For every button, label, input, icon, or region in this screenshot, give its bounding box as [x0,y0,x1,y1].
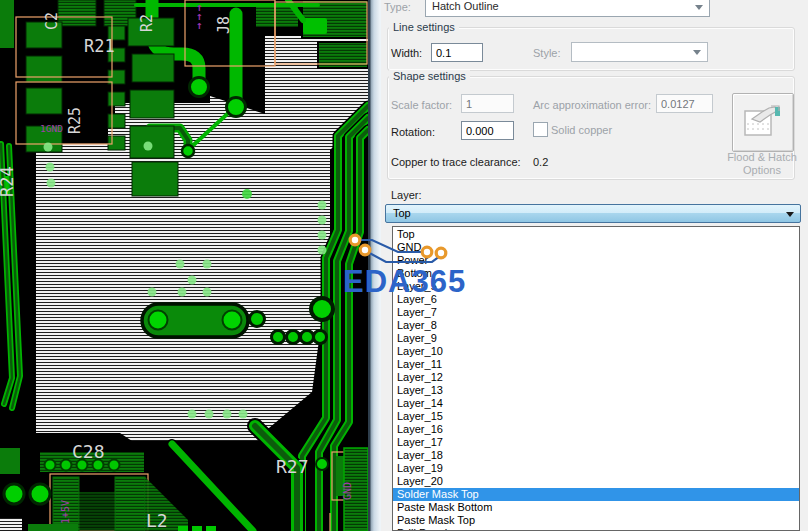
panel-edge-divider[interactable] [368,0,381,531]
style-label: Style: [533,47,561,59]
layer-option[interactable]: Drill Drawing [393,527,799,531]
layer-option[interactable]: Layer_20 [393,475,799,488]
layer-option[interactable]: Layer_17 [393,436,799,449]
layer-option[interactable]: Layer_10 [393,345,799,358]
solid-copper-checkbox[interactable] [533,122,548,137]
chevron-down-icon [693,50,701,55]
width-label: Width: [391,47,422,59]
scale-factor-label: Scale factor: [391,99,452,111]
layer-option[interactable]: Layer_7 [393,306,799,319]
layer-option[interactable]: Layer_19 [393,462,799,475]
via-row [272,331,327,344]
layer-combobox-value: Top [393,207,411,219]
arrow-icon: ↑ [196,19,203,32]
shape-settings-title: Shape settings [389,70,470,82]
label-j8: J8 [215,16,233,34]
layer-option[interactable]: Layer_13 [393,384,799,397]
layer-option[interactable]: Layer_15 [393,410,799,423]
layer-option[interactable]: Top [393,228,799,241]
line-settings-title: Line settings [389,21,459,33]
flood-hatch-button-label: Flood & Hatch Options [707,151,808,177]
label-r21: R21 [84,36,115,56]
chevron-down-icon [786,212,794,217]
width-input[interactable] [431,43,483,62]
rotation-label: Rotation: [391,126,435,138]
layer-option[interactable]: Layer_12 [393,371,799,384]
label-r27: R27 [276,456,309,477]
layer-option[interactable]: Layer_18 [393,449,799,462]
layer-label: Layer: [391,189,422,201]
layer-option[interactable]: Paste Mask Top [393,514,799,527]
clearance-value: 0.2 [533,156,548,168]
arc-error-label: Arc approximation error: [533,99,651,111]
layer-option[interactable]: Solder Mask Top [393,488,799,501]
pcb-canvas[interactable]: R21 R25 R24 C2 R2 J8 C28 L2 R27 8 1GND 1… [0,0,381,531]
properties-panel: Type: Hatch Outline Line settings Width:… [381,0,808,531]
label-plus5v: 1+5V [60,500,71,524]
app-window: R21 R25 R24 C2 R2 J8 C28 L2 R27 8 1GND 1… [0,0,808,531]
layer-option[interactable]: Layer_11 [393,358,799,371]
label-r2: R2 [138,14,156,32]
pin1-arrow-icons: ↑ ↑ ↑ [196,1,203,32]
layer-option[interactable]: Bottom [393,267,799,280]
layer-list: TopGNDPowerBottomLayer_5Layer_6Layer_7La… [392,226,800,531]
layer-option[interactable]: Layer_14 [393,397,799,410]
layer-option[interactable]: Layer_5 [393,280,799,293]
arc-error-input [656,94,713,113]
layer-option[interactable]: Layer_16 [393,423,799,436]
layer-option[interactable]: GND [393,241,799,254]
type-combobox-value: Hatch Outline [432,0,499,12]
flood-hatch-options-button[interactable] [732,93,794,152]
style-combobox[interactable] [571,42,708,62]
layer-combobox[interactable]: Top [385,204,801,223]
rotation-input[interactable] [461,121,514,140]
layer-option[interactable]: Layer_9 [393,332,799,345]
type-combobox[interactable]: Hatch Outline [425,0,710,17]
label-c2: C2 [43,12,61,30]
type-label: Type: [384,1,411,13]
layer-option[interactable]: Power [393,254,799,267]
label-l2: L2 [146,510,168,531]
label-c28: C28 [72,441,105,462]
label-r27pad: GND [342,482,353,500]
label-r24: R24 [0,166,17,197]
label-gnd: 1GND [40,123,63,134]
layer-option[interactable]: Paste Mask Bottom [393,501,799,514]
layer-option[interactable]: Layer_8 [393,319,799,332]
solid-copper-label: Solid copper [551,124,612,136]
flood-hatch-icon [742,103,784,141]
clearance-label: Copper to trace clearance: [391,156,521,168]
scale-factor-input [461,94,514,113]
chevron-down-icon [695,5,703,10]
layer-option[interactable]: Layer_6 [393,293,799,306]
label-r25: R25 [66,107,84,134]
